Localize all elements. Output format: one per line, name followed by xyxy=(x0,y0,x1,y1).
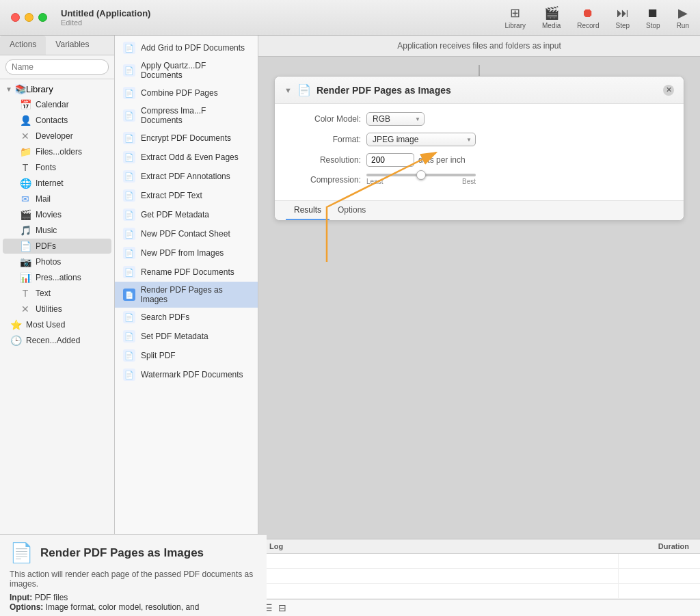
sidebar-item-internet[interactable]: 🌐 Internet xyxy=(3,176,111,191)
compression-label: Compression: xyxy=(286,175,361,185)
sidebar-item-calendar[interactable]: 📅 Calendar xyxy=(3,97,111,112)
sidebar-item-recent[interactable]: 🕒 Recen...Added xyxy=(3,333,111,348)
action-render[interactable]: 📄 Render PDF Pages as Images xyxy=(115,282,258,308)
action-add-grid[interactable]: 📄 Add Grid to PDF Documents xyxy=(115,38,258,57)
sidebar-item-photos[interactable]: 📷 Photos xyxy=(3,254,111,269)
calendar-label: Calendar xyxy=(36,100,69,109)
dpi-label: dots per inch xyxy=(418,155,466,165)
record-tool[interactable]: ⏺ Record xyxy=(577,6,599,29)
sidebar-item-utilities[interactable]: ✕ Utilities xyxy=(3,302,111,317)
action-get-metadata[interactable]: 📄 Get PDF Metadata xyxy=(115,205,258,224)
files-icon: 📁 xyxy=(19,146,31,157)
log-panel: Log Duration ☰ ⊟ xyxy=(258,539,700,616)
resolution-input[interactable] xyxy=(366,153,414,167)
card-tabs: Results Options xyxy=(275,200,684,220)
action-list: 📄 Add Grid to PDF Documents 📄 Apply Quar… xyxy=(115,36,258,616)
action-combine[interactable]: 📄 Combine PDF Pages xyxy=(115,83,258,103)
action-label: Search PDFs xyxy=(141,312,189,322)
photos-icon: 📷 xyxy=(19,256,31,267)
sidebar-item-files[interactable]: 📁 Files...olders xyxy=(3,144,111,159)
utilities-icon: ✕ xyxy=(19,304,31,314)
library-icon: 📚 xyxy=(15,84,26,94)
search-input[interactable] xyxy=(5,59,109,75)
bottom-info-meta: Input: PDF files xyxy=(10,593,257,602)
library-icon: ⊞ xyxy=(510,5,520,21)
sidebar-search xyxy=(0,55,114,79)
pdf-action-icon: 📄 xyxy=(123,266,135,278)
grid-view-button[interactable]: ⊟ xyxy=(278,602,286,613)
bottom-info-title: Render PDF Pages as Images xyxy=(40,546,204,560)
close-card-button[interactable]: ✕ xyxy=(663,85,674,96)
collapse-icon[interactable]: ▼ xyxy=(284,86,292,94)
compression-slider[interactable] xyxy=(366,174,476,176)
sidebar-item-mail[interactable]: ✉ Mail xyxy=(3,191,111,206)
run-label: Run xyxy=(677,22,689,29)
log-cell-text xyxy=(258,584,618,598)
action-apply-quartz[interactable]: 📄 Apply Quartz...DF Documents xyxy=(115,57,258,83)
log-row xyxy=(258,554,700,569)
action-split[interactable]: 📄 Split PDF xyxy=(115,346,258,365)
sidebar-item-movies[interactable]: 🎬 Movies xyxy=(3,207,111,222)
right-panel: Application receives files and folders a… xyxy=(258,36,700,616)
record-label: Record xyxy=(577,22,599,29)
pdf-action-icon: 📄 xyxy=(123,64,135,77)
minimize-button[interactable] xyxy=(25,13,33,22)
sidebar-item-pdfs[interactable]: 📄 PDFs xyxy=(3,239,111,254)
sidebar-item-library[interactable]: ▼ 📚 Library xyxy=(0,82,114,96)
contacts-icon: 👤 xyxy=(19,115,31,126)
media-tool[interactable]: 🎬 Media xyxy=(542,5,561,29)
action-extract-text[interactable]: 📄 Extract PDF Text xyxy=(115,186,258,205)
action-set-metadata[interactable]: 📄 Set PDF Metadata xyxy=(115,327,258,346)
tab-results[interactable]: Results xyxy=(286,201,329,220)
files-label: Files...olders xyxy=(36,147,82,157)
format-select[interactable]: JPEG image PNG image TIFF image xyxy=(366,133,476,146)
sidebar-item-developer[interactable]: ✕ Developer xyxy=(3,129,111,144)
stop-tool[interactable]: ⏹ Stop xyxy=(646,6,660,29)
mail-icon: ✉ xyxy=(19,193,31,204)
action-watermark[interactable]: 📄 Watermark PDF Documents xyxy=(115,365,258,384)
sidebar-item-most-used[interactable]: ⭐ Most Used xyxy=(3,317,111,332)
action-label: Rename PDF Documents xyxy=(141,267,234,277)
color-model-select[interactable]: RGB CMYK Grayscale xyxy=(366,112,425,126)
main-layout: Actions Variables ▼ 📚 Library 📅 Calendar… xyxy=(0,36,700,616)
log-col-label: Log xyxy=(269,542,283,550)
pdf-action-icon: 📄 xyxy=(123,349,135,362)
sidebar-item-contacts[interactable]: 👤 Contacts xyxy=(3,113,111,128)
internet-label: Internet xyxy=(36,178,64,188)
action-label: Set PDF Metadata xyxy=(141,332,208,341)
action-rename[interactable]: 📄 Rename PDF Documents xyxy=(115,263,258,282)
action-contact-sheet[interactable]: 📄 New PDF Contact Sheet xyxy=(115,224,258,243)
log-row xyxy=(258,584,700,599)
pdf-action-icon: 📄 xyxy=(123,170,135,183)
tab-options[interactable]: Options xyxy=(329,201,374,220)
run-icon: ▶ xyxy=(678,5,688,21)
action-extract-annotations[interactable]: 📄 Extract PDF Annotations xyxy=(115,167,258,186)
library-tool[interactable]: ⊞ Library xyxy=(504,5,526,29)
tab-actions[interactable]: Actions xyxy=(0,36,46,55)
sidebar-item-presentations[interactable]: 📊 Pres...ations xyxy=(3,270,111,285)
sidebar-tabs: Actions Variables xyxy=(0,36,114,55)
contacts-label: Contacts xyxy=(36,116,68,125)
action-compress[interactable]: 📄 Compress Ima...F Documents xyxy=(115,103,258,129)
run-tool[interactable]: ▶ Run xyxy=(677,5,689,29)
slider-best-label: Best xyxy=(462,178,476,185)
pdf-action-icon: 📄 xyxy=(123,109,135,122)
bottom-info-panel: 📄 Render PDF Pages as Images This action… xyxy=(0,534,267,616)
log-toolbar: ☰ ⊟ xyxy=(258,599,700,616)
action-search[interactable]: 📄 Search PDFs xyxy=(115,308,258,327)
bottom-info-icon: 📄 xyxy=(10,541,33,564)
sidebar-item-text[interactable]: T Text xyxy=(3,286,111,301)
fullscreen-button[interactable] xyxy=(38,13,47,22)
action-pdf-from-images[interactable]: 📄 New PDF from Images xyxy=(115,243,258,263)
sidebar-item-music[interactable]: 🎵 Music xyxy=(3,223,111,238)
tab-variables[interactable]: Variables xyxy=(46,36,98,55)
action-card-header: ▼ 📄 Render PDF Pages as Images ✕ xyxy=(275,77,684,104)
workflow-header: Application receives files and folders a… xyxy=(258,36,700,57)
close-button[interactable] xyxy=(11,13,20,22)
action-extract-odd[interactable]: 📄 Extract Odd & Even Pages xyxy=(115,148,258,167)
action-encrypt[interactable]: 📄 Encrypt PDF Documents xyxy=(115,129,258,148)
step-tool[interactable]: ⏭ Step xyxy=(615,6,630,29)
recent-icon: 🕒 xyxy=(10,335,22,346)
sidebar-item-fonts[interactable]: T Fonts xyxy=(3,160,111,175)
log-cell-text xyxy=(258,569,618,583)
